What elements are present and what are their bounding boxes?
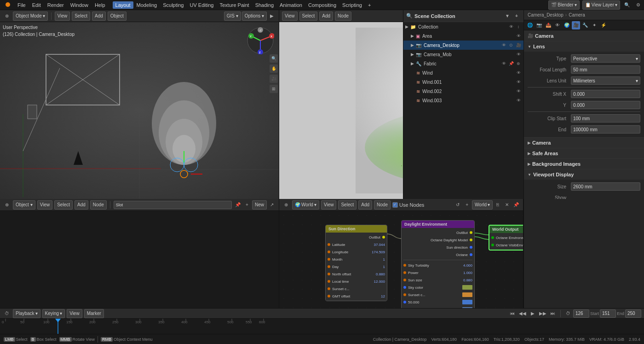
menu-help[interactable]: Help: [92, 1, 108, 9]
timeline-type-icon[interactable]: ⏱: [3, 309, 11, 318]
workspace-compositing[interactable]: Compositing: [305, 1, 339, 9]
ne-refresh-icon[interactable]: ↺: [454, 201, 462, 209]
workspace-modeling[interactable]: Modeling: [134, 1, 160, 9]
workspace-sculpting[interactable]: Sculpting: [160, 1, 186, 9]
node-select-btn[interactable]: Select: [54, 200, 73, 210]
prop-tab-scene[interactable]: 🌐: [526, 21, 534, 29]
shift-x-value[interactable]: 0.000: [571, 90, 640, 98]
gis-btn[interactable]: GIS ▾: [224, 12, 241, 21]
fabric-pin[interactable]: 📌: [508, 60, 514, 67]
workspace-uv-editing[interactable]: UV Editing: [187, 1, 216, 9]
next-keyframe-btn[interactable]: ▶▶: [539, 309, 547, 318]
current-frame-input[interactable]: 126: [573, 309, 589, 318]
ne-node-btn[interactable]: Node: [374, 200, 391, 210]
ne-add-btn[interactable]: Add: [358, 200, 372, 210]
zoom-icon[interactable]: 🔍: [270, 54, 278, 63]
wind001-vis[interactable]: 👁: [515, 79, 522, 85]
outliner-item-camera-desktop[interactable]: ▶ 📷 Camera_Desktop 👁 ⊙ 🎥: [403, 41, 523, 50]
prop-tab-modifier[interactable]: 🔧: [581, 21, 589, 29]
end-frame-input[interactable]: 250: [625, 309, 641, 318]
sun-direction-node[interactable]: Sun Direction OutBut Latitude 37.044: [325, 225, 387, 301]
view-menu-btn[interactable]: View: [282, 12, 298, 21]
workspace-animation[interactable]: Animation: [277, 1, 305, 9]
ne-select-btn[interactable]: Select: [338, 200, 356, 210]
node-slot-value[interactable]: Slot: [114, 201, 232, 209]
select-menu-btn[interactable]: Select: [299, 12, 318, 21]
prop-tab-world[interactable]: 🌍: [563, 21, 571, 29]
ne-world-right-btn[interactable]: World ▾: [472, 200, 493, 210]
outliner-item-wind003[interactable]: ≋ Wind.003 👁: [403, 96, 523, 105]
background-images-header[interactable]: ▶ Background Images: [524, 159, 644, 169]
outliner-item-wind[interactable]: ≋ Wind 👁: [403, 68, 523, 77]
vis-restrict[interactable]: 👁: [508, 23, 514, 30]
menu-blender[interactable]: [2, 0, 14, 10]
workspace-layout[interactable]: Layout: [113, 1, 133, 9]
node-view-btn[interactable]: View: [37, 200, 53, 210]
focal-length-value[interactable]: 50 mm: [571, 65, 640, 74]
outliner-item-camera-mob[interactable]: ▶ 📷 Camera_Mob 👁: [403, 50, 523, 59]
node-object-btn[interactable]: Object ▾: [13, 200, 35, 210]
ne-pin-icon[interactable]: 📌: [512, 201, 520, 209]
node-menu-btn[interactable]: Node: [335, 12, 351, 21]
lens-unit-dropdown[interactable]: Millimeters ▾: [571, 76, 640, 85]
cam-desk-vis[interactable]: 👁: [500, 42, 507, 48]
jump-end-btn[interactable]: ⏭: [549, 309, 557, 318]
view-btn[interactable]: View: [55, 12, 70, 21]
workspace-shading[interactable]: Shading: [253, 1, 276, 9]
clip-end-value[interactable]: 100000 mm: [571, 125, 640, 134]
workspace-add[interactable]: +: [365, 1, 374, 9]
scene-selector[interactable]: 🎬 Blender ▾: [548, 0, 579, 10]
use-nodes-toggle[interactable]: ✓ Use Nodes: [392, 202, 424, 208]
menu-render[interactable]: Render: [45, 1, 67, 9]
lens-section-header[interactable]: ▼ Lens: [524, 41, 644, 52]
node-pin-icon[interactable]: 📌: [234, 201, 242, 209]
viewport-3d-canvas[interactable]: User Perspective (126) Collection | Came…: [0, 22, 279, 199]
prop-tab-physics[interactable]: ⚡: [599, 21, 608, 29]
prev-keyframe-btn[interactable]: ◀◀: [518, 309, 527, 318]
prop-tab-particles[interactable]: ✦: [590, 21, 598, 29]
viewport-type-icon[interactable]: ⊕: [3, 12, 11, 20]
node-type-icon[interactable]: ⊕: [3, 201, 11, 209]
wind003-vis[interactable]: 👁: [515, 97, 522, 104]
outliner-new-btn[interactable]: +: [512, 12, 521, 20]
node-new-icon[interactable]: +: [243, 201, 251, 209]
ne-copy-icon[interactable]: ⎘: [494, 201, 502, 209]
prop-tab-view[interactable]: 👁: [553, 21, 562, 29]
workspace-texture-paint[interactable]: Texture Paint: [217, 1, 252, 9]
clip-start-value[interactable]: 100 mm: [571, 114, 640, 122]
prop-tab-object[interactable]: 🎥: [572, 21, 580, 29]
fabric-vis[interactable]: 👁: [500, 60, 507, 67]
world-btn[interactable]: 🌍 World ▾: [292, 200, 319, 210]
outliner-item-wind001[interactable]: ≋ Wind.001 👁: [403, 77, 523, 87]
viewport-display-header[interactable]: ▼ Viewport Display: [524, 169, 644, 180]
play-btn[interactable]: ▶: [529, 309, 537, 318]
vp-size-value[interactable]: 2600 mm: [571, 182, 640, 191]
timeline-view-btn[interactable]: View: [67, 309, 82, 318]
node-node-btn[interactable]: Node: [90, 200, 107, 210]
outliner-item-fabric[interactable]: ▶ 🔧 Fabric 👁 📌 ⊕: [403, 59, 523, 68]
grid-icon[interactable]: ⊞: [270, 85, 278, 93]
outliner-item-area[interactable]: ▶ ▣ Area 👁: [403, 31, 523, 41]
ne-view-btn[interactable]: View: [321, 200, 337, 210]
playback-btn[interactable]: Playback ▾: [13, 309, 40, 318]
marker-btn[interactable]: Marker: [84, 309, 104, 318]
outliner-item-collection[interactable]: ▶ 📁 Collection 👁 ↕: [403, 22, 523, 31]
view-layer-selector[interactable]: 📋 View Layer ▾: [582, 0, 620, 10]
jump-start-btn[interactable]: ⏮: [508, 309, 517, 318]
world-output-node[interactable]: World Output Octane Environment Octane V…: [489, 225, 523, 251]
outliner-filter-btn[interactable]: ▼: [503, 12, 512, 20]
timeline-ruler[interactable]: 0 50 100 150 200 250 300 350 400 450 500…: [0, 319, 644, 334]
outliner-item-wind002[interactable]: ≋ Wind.002 👁: [403, 87, 523, 96]
object-mode-btn[interactable]: Object Mode ▾: [13, 12, 48, 21]
vis-select[interactable]: ↕: [515, 23, 522, 30]
prop-tab-output[interactable]: 📤: [544, 21, 552, 29]
area-vis[interactable]: 👁: [515, 33, 522, 39]
ne-new-icon[interactable]: +: [463, 201, 471, 209]
options-btn[interactable]: ⚙: [634, 1, 642, 9]
node-add-btn2[interactable]: Add: [75, 200, 88, 210]
wind002-vis[interactable]: 👁: [515, 88, 522, 94]
search-btn[interactable]: 🔍: [623, 1, 631, 9]
object-btn[interactable]: Object: [108, 12, 126, 21]
start-frame-input[interactable]: 151: [600, 309, 616, 318]
add-btn[interactable]: Add: [92, 12, 106, 21]
